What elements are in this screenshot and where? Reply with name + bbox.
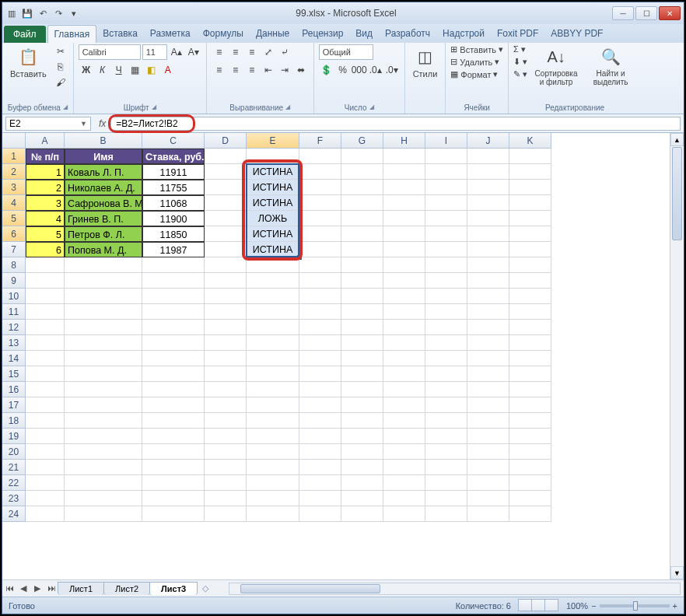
row-header-1[interactable]: 1 — [2, 149, 26, 164]
cell-K14[interactable] — [509, 351, 551, 366]
cell-I7[interactable] — [425, 242, 467, 257]
tab-разметка[interactable]: Разметка — [144, 25, 197, 43]
cell-K10[interactable] — [509, 289, 551, 304]
indent-inc-icon[interactable]: ⇥ — [277, 62, 292, 78]
cell-G17[interactable] — [341, 397, 383, 413]
cell-B21[interactable] — [65, 460, 142, 475]
cell-I8[interactable] — [425, 257, 467, 273]
bold-button[interactable]: Ж — [79, 62, 94, 78]
cell-C13[interactable] — [142, 335, 205, 351]
cell-B23[interactable] — [65, 491, 142, 506]
cell-I19[interactable] — [425, 429, 467, 444]
cell-G13[interactable] — [341, 335, 383, 351]
cell-C9[interactable] — [142, 273, 205, 289]
cell-I1[interactable] — [425, 149, 467, 164]
font-size-select[interactable]: 11 — [142, 44, 167, 60]
cell-J11[interactable] — [467, 304, 509, 320]
cell-I13[interactable] — [425, 335, 467, 351]
cell-C19[interactable] — [142, 429, 205, 444]
row-header-12[interactable]: 12 — [2, 320, 26, 335]
fx-icon[interactable]: fx — [94, 118, 110, 129]
row-header-6[interactable]: 6 — [2, 226, 26, 242]
underline-button[interactable]: Ч — [111, 62, 127, 78]
cell-F17[interactable] — [299, 397, 341, 413]
cell-A19[interactable] — [26, 429, 65, 444]
cell-G4[interactable] — [341, 195, 383, 211]
cell-C22[interactable] — [142, 475, 205, 491]
cell-K11[interactable] — [509, 304, 551, 320]
cell-G12[interactable] — [341, 320, 383, 335]
cell-H18[interactable] — [383, 413, 425, 429]
cell-G1[interactable] — [341, 149, 383, 164]
cell-B20[interactable] — [65, 444, 142, 460]
comma-icon[interactable]: 000 — [352, 62, 367, 78]
tab-главная[interactable]: Главная — [47, 25, 97, 43]
cell-D17[interactable] — [205, 397, 247, 413]
align-middle-icon[interactable]: ≡ — [228, 44, 243, 60]
cell-B12[interactable] — [65, 320, 142, 335]
cell-K16[interactable] — [509, 382, 551, 397]
cell-G16[interactable] — [341, 382, 383, 397]
percent-icon[interactable]: % — [335, 62, 351, 78]
cell-E21[interactable] — [247, 460, 299, 475]
cell-H7[interactable] — [383, 242, 425, 257]
cell-K12[interactable] — [509, 320, 551, 335]
cell-K15[interactable] — [509, 366, 551, 382]
name-box[interactable]: E2 ▼ — [5, 117, 91, 131]
cell-A11[interactable] — [26, 304, 65, 320]
row-header-17[interactable]: 17 — [2, 397, 26, 413]
row-header-19[interactable]: 19 — [2, 429, 26, 444]
cell-E4[interactable]: ИСТИНА — [247, 195, 299, 211]
merge-icon[interactable]: ⬌ — [293, 62, 309, 78]
cell-K4[interactable] — [509, 195, 551, 211]
cell-H16[interactable] — [383, 382, 425, 397]
border-button[interactable]: ▦ — [128, 62, 143, 78]
cell-F8[interactable] — [299, 257, 341, 273]
cell-G11[interactable] — [341, 304, 383, 320]
cell-K19[interactable] — [509, 429, 551, 444]
cell-J6[interactable] — [467, 226, 509, 242]
align-bottom-icon[interactable]: ≡ — [244, 44, 260, 60]
cell-E15[interactable] — [247, 366, 299, 382]
row-header-4[interactable]: 4 — [2, 195, 26, 211]
tab-foxit pdf[interactable]: Foxit PDF — [491, 25, 544, 43]
cell-B1[interactable]: Имя — [65, 149, 142, 164]
cell-G22[interactable] — [341, 475, 383, 491]
cell-H11[interactable] — [383, 304, 425, 320]
cell-G3[interactable] — [341, 180, 383, 195]
cell-A5[interactable]: 4 — [26, 211, 65, 226]
col-header-C[interactable]: C — [142, 133, 205, 149]
cell-D13[interactable] — [205, 335, 247, 351]
zoom-out-icon[interactable]: − — [591, 601, 596, 611]
delete-cells-button[interactable]: ⊟Удалить ▾ — [450, 57, 503, 67]
cell-A1[interactable]: № п/п — [26, 149, 65, 164]
cell-C20[interactable] — [142, 444, 205, 460]
sheet-tab-Лист2[interactable]: Лист2 — [103, 582, 150, 595]
row-header-9[interactable]: 9 — [2, 273, 26, 289]
cell-K20[interactable] — [509, 444, 551, 460]
sheet-first-icon[interactable]: ⏮ — [2, 583, 16, 593]
name-box-dropdown-icon[interactable]: ▼ — [80, 120, 87, 128]
cell-F2[interactable] — [299, 164, 341, 180]
row-header-3[interactable]: 3 — [2, 180, 26, 195]
cell-G5[interactable] — [341, 211, 383, 226]
view-normal-icon[interactable] — [518, 599, 532, 611]
cell-D5[interactable] — [205, 211, 247, 226]
cell-E9[interactable] — [247, 273, 299, 289]
cell-A16[interactable] — [26, 382, 65, 397]
cell-C15[interactable] — [142, 366, 205, 382]
row-header-5[interactable]: 5 — [2, 211, 26, 226]
cell-F4[interactable] — [299, 195, 341, 211]
cell-C10[interactable] — [142, 289, 205, 304]
autosum-icon[interactable]: Σ ▾ — [513, 44, 527, 54]
zoom-thumb[interactable] — [633, 601, 638, 611]
hscroll-thumb[interactable] — [240, 584, 380, 593]
cell-H20[interactable] — [383, 444, 425, 460]
zoom-slider[interactable] — [600, 604, 670, 607]
cell-H22[interactable] — [383, 475, 425, 491]
cell-B16[interactable] — [65, 382, 142, 397]
row-header-13[interactable]: 13 — [2, 335, 26, 351]
cell-C11[interactable] — [142, 304, 205, 320]
cell-D19[interactable] — [205, 429, 247, 444]
cell-C3[interactable]: 11755 — [142, 180, 205, 195]
